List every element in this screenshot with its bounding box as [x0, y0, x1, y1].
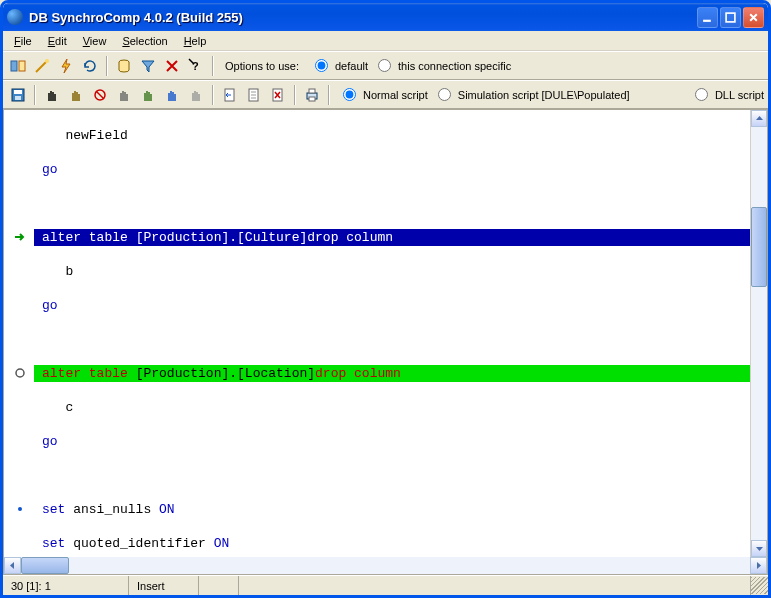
minimize-button[interactable]	[697, 7, 718, 28]
menu-selection[interactable]: Selection	[115, 33, 174, 49]
maximize-button[interactable]	[720, 7, 741, 28]
code-lines[interactable]: newField go alter table [Production].[Cu…	[34, 110, 750, 557]
hscroll-track[interactable]	[21, 557, 750, 574]
refresh-icon[interactable]	[79, 55, 101, 77]
hand2-icon[interactable]	[65, 84, 87, 106]
hand3-icon[interactable]	[89, 84, 111, 106]
menu-help[interactable]: Help	[177, 33, 214, 49]
hand7-icon[interactable]	[185, 84, 207, 106]
radio-default[interactable]: default	[307, 59, 368, 72]
svg-point-4	[45, 59, 49, 63]
vertical-scrollbar[interactable]	[750, 110, 767, 557]
menu-view[interactable]: View	[76, 33, 114, 49]
svg-rect-3	[19, 61, 25, 71]
svg-rect-16	[309, 97, 315, 101]
db-icon[interactable]	[113, 55, 135, 77]
scroll-down-icon[interactable]	[751, 540, 767, 557]
radio-dll-script[interactable]: DLL script	[687, 88, 764, 101]
hand1-icon[interactable]	[41, 84, 63, 106]
svg-rect-15	[309, 89, 315, 93]
print-icon[interactable]	[301, 84, 323, 106]
doc-lines-icon[interactable]	[243, 84, 265, 106]
hand6-icon[interactable]	[161, 84, 183, 106]
menu-edit[interactable]: Edit	[41, 33, 74, 49]
editor: newField go alter table [Production].[Cu…	[3, 109, 768, 575]
hand5-icon[interactable]	[137, 84, 159, 106]
scroll-track[interactable]	[751, 127, 767, 540]
window-title: DB SynchroComp 4.0.2 (Build 255)	[29, 10, 697, 25]
compare-icon[interactable]	[7, 55, 29, 77]
hscroll-thumb[interactable]	[21, 557, 69, 574]
options-label: Options to use:	[219, 60, 305, 72]
toolbar-main: ? Options to use: default this connectio…	[3, 51, 768, 80]
title-bar: DB SynchroComp 4.0.2 (Build 255)	[3, 3, 768, 31]
cancel-icon[interactable]	[161, 55, 183, 77]
svg-text:?: ?	[192, 60, 199, 72]
radio-normal-script[interactable]: Normal script	[335, 88, 428, 101]
status-position: 30 [1]: 1	[3, 576, 129, 595]
radio-connection[interactable]: this connection specific	[370, 59, 511, 72]
svg-point-18	[18, 507, 22, 511]
scroll-thumb[interactable]	[751, 207, 767, 287]
doc-x-icon[interactable]	[267, 84, 289, 106]
menu-bar: File Edit View Selection Help	[3, 31, 768, 51]
status-bar: 30 [1]: 1 Insert	[3, 575, 768, 595]
resize-grip-icon[interactable]	[751, 577, 768, 594]
svg-rect-8	[14, 90, 22, 94]
hand4-icon[interactable]	[113, 84, 135, 106]
circle-icon	[14, 367, 26, 379]
dot-icon	[14, 503, 26, 515]
radio-sim-script[interactable]: Simulation script [DULE\Populated]	[430, 88, 630, 101]
svg-rect-2	[11, 61, 17, 71]
svg-rect-1	[726, 13, 735, 22]
arrow-icon	[14, 231, 26, 243]
app-icon	[7, 9, 23, 25]
save-icon[interactable]	[7, 84, 29, 106]
close-button[interactable]	[743, 7, 764, 28]
scroll-up-icon[interactable]	[751, 110, 767, 127]
status-mode: Insert	[129, 576, 199, 595]
wand-icon[interactable]	[31, 55, 53, 77]
menu-file[interactable]: File	[7, 33, 39, 49]
editor-body[interactable]: newField go alter table [Production].[Cu…	[4, 110, 767, 557]
status-empty2	[239, 576, 751, 595]
filter-icon[interactable]	[137, 55, 159, 77]
doc-left-icon[interactable]	[219, 84, 241, 106]
status-empty1	[199, 576, 239, 595]
help-icon[interactable]: ?	[185, 55, 207, 77]
scroll-left-icon[interactable]	[4, 557, 21, 574]
svg-point-17	[16, 369, 24, 377]
svg-rect-9	[15, 96, 21, 100]
svg-rect-0	[703, 19, 711, 21]
scroll-right-icon[interactable]	[750, 557, 767, 574]
lightning-icon[interactable]	[55, 55, 77, 77]
horizontal-scrollbar[interactable]	[4, 557, 767, 574]
toolbar-script: Normal script Simulation script [DULE\Po…	[3, 80, 768, 109]
gutter	[4, 110, 34, 557]
